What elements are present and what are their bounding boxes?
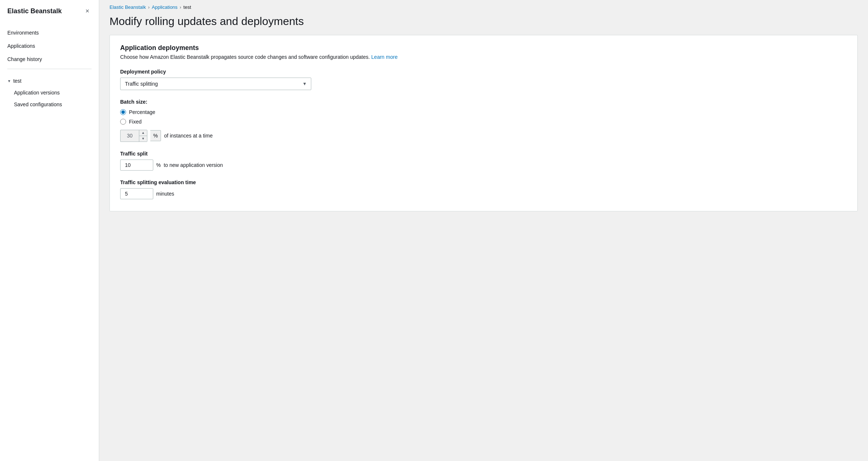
spinner-buttons: ▲ ▼ [139, 130, 147, 142]
main-card: Application deployments Choose how Amazo… [110, 35, 858, 211]
breadcrumb: Elastic Beanstalk › Applications › test [99, 0, 868, 12]
batch-size-fixed-radio[interactable] [120, 119, 126, 125]
sidebar-divider [7, 69, 92, 69]
eval-time-input-row: 5 minutes [120, 188, 847, 199]
batch-size-percentage-radio[interactable] [120, 109, 126, 115]
spinner-up-button[interactable]: ▲ [139, 130, 147, 136]
sidebar-item-applications[interactable]: Applications [0, 39, 99, 53]
batch-size-radio-group: Percentage Fixed [120, 109, 847, 125]
learn-more-link[interactable]: Learn more [371, 54, 398, 60]
section-desc: Choose how Amazon Elastic Beanstalk prop… [120, 54, 847, 60]
chevron-down-icon: ▼ [7, 79, 11, 83]
sidebar: Elastic Beanstalk × Environments Applica… [0, 0, 99, 461]
batch-size-desc: of instances at a time [164, 133, 212, 139]
traffic-split-label: Traffic split [120, 151, 847, 157]
traffic-split-unit: % [156, 162, 161, 168]
batch-size-label: Batch size: [120, 99, 847, 105]
sidebar-item-saved-configs[interactable]: Saved configurations [0, 99, 99, 110]
sidebar-section-test: ▼ test Application versions Saved config… [0, 72, 99, 113]
section-title: Application deployments [120, 44, 847, 52]
traffic-split-desc: to new application version [164, 162, 223, 168]
breadcrumb-applications[interactable]: Applications [152, 4, 177, 10]
sidebar-item-change-history[interactable]: Change history [0, 53, 99, 66]
batch-size-unit: % [150, 130, 161, 141]
batch-size-percentage-label: Percentage [129, 109, 155, 115]
section-header: Application deployments Choose how Amazo… [120, 44, 847, 60]
spinner-down-button[interactable]: ▼ [139, 136, 147, 142]
eval-time-label: Traffic splitting evaluation time [120, 179, 847, 185]
breadcrumb-elastic-beanstalk[interactable]: Elastic Beanstalk [110, 4, 146, 10]
sidebar-title: Elastic Beanstalk [7, 7, 62, 15]
sidebar-section-test-label: test [13, 78, 22, 84]
traffic-split-input[interactable]: 10 [120, 160, 153, 171]
batch-size-section: Batch size: Percentage Fixed 30 ▲ ▼ [120, 99, 847, 142]
eval-time-input[interactable]: 5 [120, 188, 153, 199]
page-title: Modify rolling updates and deployments [99, 12, 868, 35]
main-content: Elastic Beanstalk › Applications › test … [99, 0, 868, 461]
batch-size-percentage-option[interactable]: Percentage [120, 109, 847, 115]
eval-time-unit: minutes [156, 191, 174, 197]
batch-size-fixed-option[interactable]: Fixed [120, 119, 847, 125]
sidebar-close-button[interactable]: × [83, 7, 92, 16]
sidebar-item-app-versions[interactable]: Application versions [0, 87, 99, 99]
sidebar-header: Elastic Beanstalk × [0, 0, 99, 22]
breadcrumb-separator-2: › [180, 5, 181, 10]
sidebar-section-test-header[interactable]: ▼ test [0, 75, 99, 87]
deployment-policy-select-wrapper: All at once Rolling Rolling with additio… [120, 78, 311, 90]
sidebar-nav: Environments Applications Change history… [0, 22, 99, 117]
traffic-split-section: Traffic split 10 % to new application ve… [120, 151, 847, 171]
breadcrumb-test: test [183, 4, 191, 10]
batch-size-spinner: 30 ▲ ▼ [120, 130, 147, 142]
batch-size-spinner-row: 30 ▲ ▼ % of instances at a time [120, 130, 847, 142]
sidebar-item-environments[interactable]: Environments [0, 26, 99, 39]
deployment-policy-group: Deployment policy All at once Rolling Ro… [120, 69, 847, 90]
eval-time-section: Traffic splitting evaluation time 5 minu… [120, 179, 847, 199]
deployment-policy-select[interactable]: All at once Rolling Rolling with additio… [120, 78, 311, 90]
batch-size-value: 30 [121, 131, 139, 141]
traffic-split-input-row: 10 % to new application version [120, 160, 847, 171]
section-desc-text: Choose how Amazon Elastic Beanstalk prop… [120, 54, 370, 60]
deployment-policy-label: Deployment policy [120, 69, 847, 75]
breadcrumb-separator-1: › [148, 5, 150, 10]
batch-size-fixed-label: Fixed [129, 119, 141, 125]
